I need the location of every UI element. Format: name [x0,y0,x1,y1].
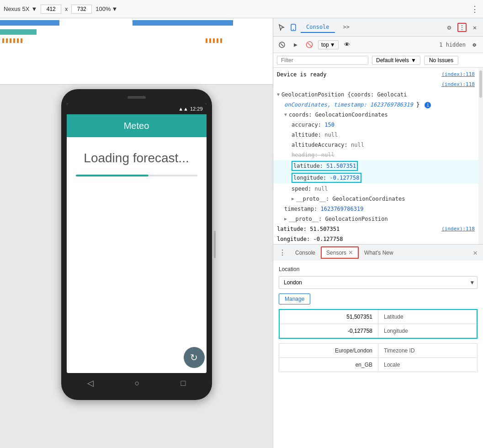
no-issues-button[interactable]: No Issues [424,56,458,65]
timeline-bars [0,18,273,85]
loading-text: Loading forecast... [84,151,189,165]
hidden-badge: 1 hidden [439,42,466,48]
device-icon[interactable] [289,23,298,32]
console-text: __proto__: GeolocationPosition [289,215,475,223]
tab-console-bottom[interactable]: Console [291,248,320,258]
timezone-row: Europe/London Timezone ID [279,344,478,358]
zoom-arrow: ▼ [112,5,118,12]
height-input[interactable] [71,5,92,14]
longitude-input[interactable] [285,328,372,334]
top-dropdown[interactable]: top ▼ [318,40,339,49]
whats-new-close-icon[interactable]: ✕ [469,246,481,259]
console-source[interactable]: (index):118 [420,70,475,79]
scrollbar[interactable] [214,231,216,258]
phone-nav-bar: ◁ ○ □ [67,373,207,393]
tab-more[interactable]: >> [338,22,355,33]
locale-row: en_GB Locale [279,358,478,372]
tab-sensors[interactable]: Sensors ✕ [321,246,359,259]
progress-bar [76,175,197,176]
info-icon[interactable]: i [425,102,431,108]
levels-dropdown[interactable]: Default levels ▼ [372,56,420,65]
zoom-value: 100% [96,5,111,12]
console-text: heading: null [292,151,475,159]
settings-icon[interactable]: ⚙ [445,23,454,32]
devtools-topbar: Console >> ⚙ ⋮ ✕ [273,18,483,37]
whats-new-tab-label: What's New [364,250,393,256]
console-line: latitude: 51.507351 (index):118 [273,224,478,234]
timezone-label: Timezone ID [378,344,478,358]
console-line: Device is ready (index):118 [273,69,478,80]
expand-arrow[interactable]: ▼ [277,91,280,99]
more-options-icon[interactable]: ⋮ [470,5,479,14]
console-line: ▼ GeolocationPosition {coords: Geolocati [273,90,478,100]
more-devtools-icon[interactable]: ⋮ [457,23,467,32]
nav-recent-icon[interactable]: □ [181,379,186,388]
close-devtools-icon[interactable]: ✕ [470,23,479,32]
scroll-thumb[interactable] [479,70,482,98]
phone-container: ▲▲ 12:29 Meteo Loading forecast... [0,85,273,448]
dimension-separator: x [65,6,68,12]
sensors-tab-label: Sensors [326,250,346,256]
device-dropdown-arrow[interactable]: ▼ [31,5,37,12]
console-text: longitude: -0.127758 [292,173,475,183]
eye-icon[interactable]: 👁 [342,40,352,50]
phone-content: Loading forecast... [67,137,207,373]
time-display: 12:29 [190,106,203,112]
timezone-value: Europe/London [279,344,378,358]
top-label: top [321,42,329,48]
console-line: accuracy: 150 [273,120,478,130]
console-text: accuracy: 150 [292,121,475,129]
phone-screen: ▲▲ 12:29 Meteo Loading forecast... [67,103,207,373]
console-source[interactable]: (index):118 [420,80,475,89]
device-selector[interactable]: Nexus 5X ▼ [4,5,37,12]
expand-collapsed-arrow[interactable]: ▶ [284,215,287,223]
latitude-label: Latitude [378,309,478,324]
sensors-close-icon[interactable]: ✕ [348,249,353,256]
levels-arrow: ▼ [411,57,416,64]
console-text: altitudeAccuracy: null [292,141,475,149]
zoom-selector[interactable]: 100% ▼ [96,5,117,12]
tab-whats-new[interactable]: What's New [360,248,398,258]
console-line: altitudeAccuracy: null [273,140,478,150]
expand-collapsed-arrow[interactable]: ▶ [292,195,294,203]
console-text: coords: GeolocationCoordinates [289,111,475,119]
filter-bar: Default levels ▼ No Issues [273,53,483,68]
manage-button[interactable]: Manage [279,293,310,304]
phone-status-bar: ▲▲ 12:29 [67,103,207,114]
locale-value: en_GB [279,358,378,372]
phone-app-bar: Meteo [67,114,207,137]
coords-table: Latitude Longitude [279,309,478,339]
width-input[interactable] [41,5,61,14]
console-text: latitude: 51.507351 [277,225,420,233]
console-line: longitude: -0.127758 [273,234,478,244]
expand-arrow[interactable]: ▼ [284,111,287,119]
block-icon[interactable]: 🚫 [304,40,314,50]
console-text: timestamp: 1623769786319 [284,205,475,213]
location-label: Location [279,266,478,272]
phone-panel: ▲▲ 12:29 Meteo Loading forecast... [0,18,273,448]
nav-back-icon[interactable]: ◁ [87,378,94,388]
device-name: Nexus 5X [4,5,29,12]
top-dropdown-arrow: ▼ [330,42,335,48]
tab-console[interactable]: Console [301,22,335,33]
pointer-icon[interactable] [277,23,286,32]
console-settings-icon[interactable]: ⚙ [469,40,479,50]
devtools-scrollbar[interactable] [478,68,483,244]
locale-label: Locale [378,358,478,372]
filter-input[interactable] [277,56,368,65]
console-source[interactable]: (index):118 [420,225,475,233]
latitude-input[interactable] [285,314,372,320]
console-line: speed: null [273,184,478,194]
play-icon[interactable]: ▶ [291,40,301,50]
longitude-row: Longitude [279,324,477,339]
console-line: latitude: 51.507351 [273,160,478,172]
signal-icon: ▲▲ [178,106,188,112]
bottom-tabs-more[interactable]: ⋮ [275,246,290,259]
clear-console-icon[interactable] [277,40,287,50]
location-select[interactable]: London [279,276,478,289]
nav-home-icon[interactable]: ○ [135,379,140,388]
console-line: ▶ __proto__: GeolocationCoordinates [273,194,478,204]
longitude-label: Longitude [378,324,478,339]
console-text: altitude: null [292,131,475,139]
fab-button[interactable]: ↻ [184,347,205,368]
